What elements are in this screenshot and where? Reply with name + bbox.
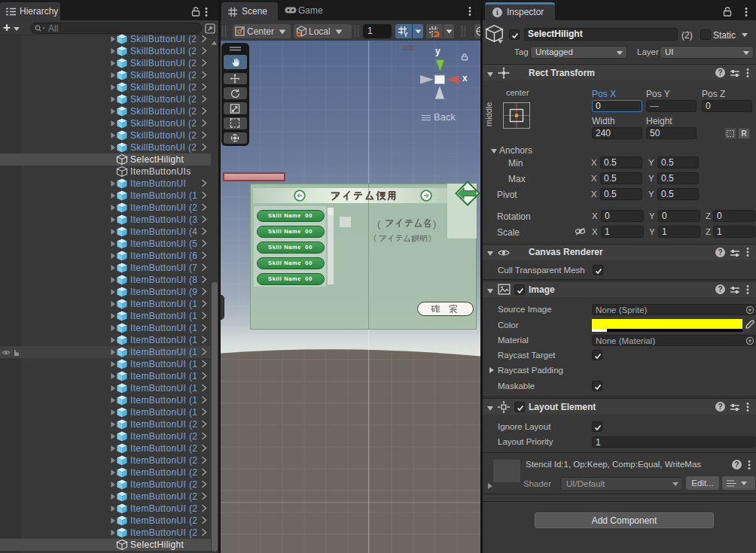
svg-text:Y: Y xyxy=(404,31,408,38)
